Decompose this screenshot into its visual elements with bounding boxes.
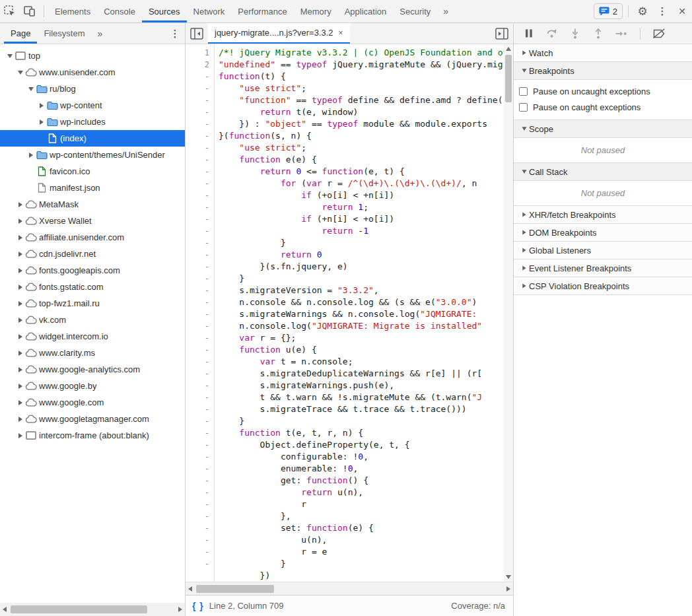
navigator-menu-button[interactable]: ⋮ [165,23,185,44]
tree-item-www-google-by[interactable]: www.google.by [0,378,185,394]
section-global-listeners[interactable]: Global Listeners [514,242,692,259]
line-number[interactable]: - [186,118,214,130]
code-line[interactable]: function t(e, t, r, n) { [219,427,513,439]
line-number[interactable]: - [186,130,214,142]
code-line[interactable]: return t(e, window) [219,106,513,118]
code-line[interactable]: enumerable: !0, [219,463,513,475]
code-line[interactable]: n.console && n.console.log && (s && e("3… [219,296,513,308]
section-scope[interactable]: Scope [514,120,692,138]
code-line[interactable]: Object.defineProperty(e, t, { [219,439,513,451]
line-number[interactable]: - [186,213,214,225]
line-number[interactable]: - [186,558,214,570]
code-line[interactable]: s.migrateTrace && t.trace && t.trace())) [219,403,513,415]
line-number[interactable]: - [186,487,214,498]
scrollbar-thumb[interactable] [196,585,274,593]
line-number[interactable]: - [186,237,214,249]
code-line[interactable]: u(n), [219,534,513,546]
tab-console[interactable]: Console [97,0,142,22]
code-line[interactable]: if (+o[i] < +n[i]) [219,189,513,201]
chevron-collapsed-icon[interactable] [40,120,44,125]
tree-item--index-[interactable]: (index) [0,130,185,147]
code-line[interactable]: for (var r = /^(\d+)\.(\d+)\.(\d+)/, n [219,178,513,189]
code-line[interactable]: s.migrateWarnings && n.console.log("JQMI… [219,308,513,320]
step-over-button[interactable] [543,25,561,42]
line-number[interactable]: 2 [186,59,214,71]
code-editor[interactable]: 12--------------------------------------… [186,44,513,582]
line-number[interactable]: - [186,71,214,83]
tab-application[interactable]: Application [338,0,394,22]
toggle-debugger-button[interactable] [491,23,513,44]
editor-horizontal-scrollbar[interactable] [186,582,513,595]
device-toolbar-button[interactable] [20,0,40,22]
option-pause-on-uncaught-exceptions[interactable]: Pause on uncaught exceptions [514,83,692,99]
scroll-left-icon[interactable] [186,586,195,592]
line-number[interactable]: - [186,463,214,475]
line-number[interactable]: - [186,344,214,356]
code-line[interactable]: } [219,237,513,249]
code-line[interactable]: } [219,273,513,285]
code-line[interactable]: return 0 [219,249,513,261]
tree-item-fonts-googleapis-com[interactable]: fonts.googleapis.com [0,262,185,279]
more-panels-button[interactable]: » [437,0,453,22]
line-number[interactable]: - [186,154,214,166]
code-line[interactable]: "use strict"; [219,142,513,154]
line-number[interactable]: - [186,249,214,261]
line-number[interactable]: - [186,380,214,392]
tab-filesystem[interactable]: Filesystem [37,23,91,44]
tree-item-cdn-jsdelivr-net[interactable]: cdn.jsdelivr.net [0,246,185,262]
line-number[interactable]: - [186,261,214,273]
line-number[interactable]: - [186,189,214,201]
line-number[interactable]: - [186,356,214,368]
code-line[interactable]: configurable: !0, [219,451,513,463]
code-line[interactable]: if (+n[i] < +o[i]) [219,213,513,225]
code-line[interactable]: function e(e) { [219,154,513,166]
chevron-collapsed-icon[interactable] [29,153,33,158]
tab-page[interactable]: Page [4,23,37,44]
inspect-element-button[interactable] [0,0,20,22]
chevron-expanded-icon[interactable] [18,71,23,75]
editor-vertical-scrollbar[interactable] [504,44,513,582]
tab-network[interactable]: Network [187,0,232,22]
code-line[interactable]: s.migrateVersion = "3.3.2", [219,285,513,296]
code-line[interactable]: return 1; [219,201,513,213]
tree-item-widget-intercom-io[interactable]: widget.intercom.io [0,328,185,345]
code-content[interactable]: /*! jQuery Migrate v3.3.2 | (c) OpenJS F… [215,44,513,582]
tree-item-metamask[interactable]: MetaMask [0,196,185,213]
code-line[interactable]: }) : "object" == typeof module && module… [219,118,513,130]
close-tab-icon[interactable]: × [339,28,343,38]
code-line[interactable]: "use strict"; [219,83,513,94]
scrollbar-thumb[interactable] [11,605,147,613]
tree-item-vk-com[interactable]: vk.com [0,312,185,328]
line-number[interactable]: - [186,451,214,463]
chevron-expanded-icon[interactable] [7,54,13,58]
code-line[interactable]: t && t.warn && !s.migrateMute && (t.warn… [219,392,513,403]
line-number[interactable]: - [186,403,214,415]
toggle-navigator-button[interactable] [186,23,208,44]
code-line[interactable]: return 0 <= function(e, t) { [219,166,513,178]
tree-item-favicon-ico[interactable]: favicon.ico [0,163,185,180]
tree-item-affiliate-unisender-com[interactable]: affiliate.unisender.com [0,229,185,246]
chevron-collapsed-icon[interactable] [18,202,22,207]
section-watch[interactable]: Watch [514,44,692,62]
line-number[interactable]: - [186,166,214,178]
line-number[interactable]: - [186,178,214,189]
section-call-stack[interactable]: Call Stack [514,163,692,181]
tree-item-www-googletagmanager-com[interactable]: www.googletagmanager.com [0,411,185,427]
tab-performance[interactable]: Performance [231,0,293,22]
line-number[interactable]: - [186,332,214,344]
line-number[interactable]: - [186,534,214,546]
tree-item-wp-content[interactable]: wp-content [0,97,185,114]
line-number[interactable]: - [186,439,214,451]
option-pause-on-caught-exceptions[interactable]: Pause on caught exceptions [514,99,692,115]
line-number[interactable]: - [186,475,214,487]
line-number[interactable]: - [186,308,214,320]
chevron-collapsed-icon[interactable] [18,384,22,389]
chevron-collapsed-icon[interactable] [18,417,22,422]
tree-item-ru-blog[interactable]: ru/blog [0,81,185,97]
code-line[interactable]: "undefined" == typeof jQuery.migrateMute… [219,59,513,71]
chevron-expanded-icon[interactable] [28,87,34,91]
close-devtools-button[interactable]: ✕ [672,0,692,22]
tree-item-www-google-analytics-com[interactable]: www.google-analytics.com [0,361,185,378]
scroll-left-icon[interactable] [0,607,9,612]
deactivate-breakpoints-button[interactable] [650,25,668,42]
